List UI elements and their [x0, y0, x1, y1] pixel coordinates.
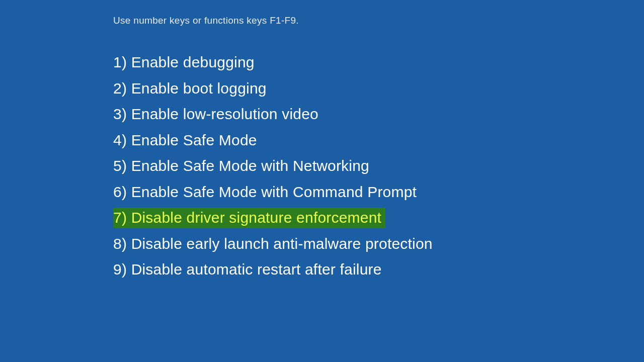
option-9[interactable]: 9) Disable automatic restart after failu…: [113, 259, 644, 280]
option-1[interactable]: 1) Enable debugging: [113, 52, 644, 73]
instruction-text: Use number keys or functions keys F1-F9.: [113, 15, 644, 26]
option-label: Enable debugging: [131, 54, 255, 70]
option-key: 2): [113, 80, 127, 97]
option-label: Disable automatic restart after failure: [131, 261, 382, 278]
option-key: 7): [113, 209, 127, 226]
option-4[interactable]: 4) Enable Safe Mode: [113, 130, 644, 151]
option-key: 9): [113, 261, 127, 278]
startup-settings-content: Use number keys or functions keys F1-F9.…: [0, 0, 644, 280]
options-list: 1) Enable debugging2) Enable boot loggin…: [113, 52, 644, 280]
option-8[interactable]: 8) Disable early launch anti-malware pro…: [113, 234, 644, 254]
option-key: 3): [113, 106, 127, 122]
option-label: Enable Safe Mode: [131, 132, 257, 148]
option-label: Enable Safe Mode with Command Prompt: [131, 184, 417, 200]
option-key: 8): [113, 235, 127, 252]
option-key: 4): [113, 132, 127, 148]
option-key: 6): [113, 184, 127, 200]
option-label: Disable early launch anti-malware protec…: [131, 235, 433, 252]
option-label: Enable Safe Mode with Networking: [131, 157, 369, 174]
option-7[interactable]: 7) Disable driver signature enforcement: [113, 208, 385, 228]
option-label: Disable driver signature enforcement: [131, 209, 381, 226]
option-2[interactable]: 2) Enable boot logging: [113, 78, 644, 99]
option-6[interactable]: 6) Enable Safe Mode with Command Prompt: [113, 182, 644, 203]
option-label: Enable boot logging: [131, 80, 267, 97]
option-key: 1): [113, 54, 127, 70]
option-key: 5): [113, 157, 127, 174]
option-5[interactable]: 5) Enable Safe Mode with Networking: [113, 156, 644, 176]
option-3[interactable]: 3) Enable low-resolution video: [113, 104, 644, 125]
option-label: Enable low-resolution video: [131, 106, 318, 122]
